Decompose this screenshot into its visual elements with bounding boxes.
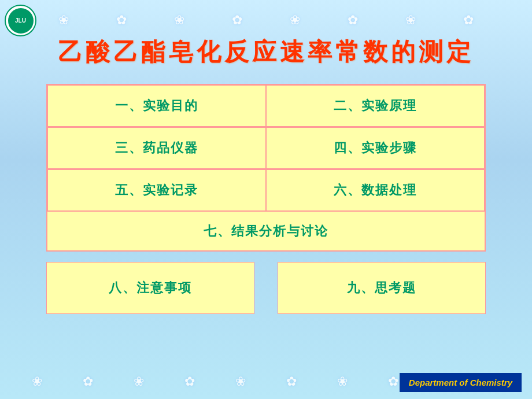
logo-inner: JLU (8, 8, 34, 34)
menu-item-4[interactable]: 四、实验步骤 (266, 127, 485, 169)
flower-3: ❀ (174, 13, 184, 28)
menu-row-2: 三、药品仪器 四、实验步骤 (47, 127, 485, 169)
flower-7: ❀ (405, 13, 416, 28)
flower-b8: ✿ (388, 374, 398, 389)
flower-b5: ❀ (235, 374, 246, 389)
menu-row-1: 一、实验目的 二、实验原理 (47, 85, 485, 127)
menu-row-3: 五、实验记录 六、数据处理 (47, 169, 485, 211)
flower-b3: ❀ (134, 374, 144, 389)
menu-item-9[interactable]: 九、思考题 (278, 262, 486, 314)
dept-label: Department of Chemistry (400, 373, 522, 392)
menu-item-8[interactable]: 八、注意事项 (46, 262, 254, 314)
flower-1: ❀ (58, 13, 69, 28)
flower-b2: ✿ (83, 374, 93, 389)
page-title: 乙酸乙酯皂化反应速率常数的测定 (0, 36, 532, 68)
flower-b6: ✿ (286, 374, 297, 389)
menu-item-7[interactable]: 七、结果分析与讨论 (47, 211, 485, 250)
flower-4: ✿ (232, 13, 242, 28)
menu-item-2[interactable]: 二、实验原理 (266, 85, 485, 127)
flower-6: ✿ (348, 13, 358, 28)
menu-item-1[interactable]: 一、实验目的 (47, 85, 266, 127)
flowers-top-decoration: ❀ ✿ ❀ ✿ ❀ ✿ ❀ ✿ (0, 0, 532, 40)
flower-b1: ❀ (32, 374, 42, 389)
menu-grid: 一、实验目的 二、实验原理 三、药品仪器 四、实验步骤 五、实验记录 六、数据处… (46, 84, 486, 314)
main-bordered-section: 一、实验目的 二、实验原理 三、药品仪器 四、实验步骤 五、实验记录 六、数据处… (46, 84, 486, 252)
menu-item-5[interactable]: 五、实验记录 (47, 169, 266, 211)
university-logo: JLU (5, 5, 36, 36)
menu-item-6[interactable]: 六、数据处理 (266, 169, 485, 211)
flower-b7: ❀ (337, 374, 348, 389)
menu-item-3[interactable]: 三、药品仪器 (47, 127, 266, 169)
flower-8: ✿ (463, 13, 474, 28)
bottom-row: 八、注意事项 九、思考题 (46, 262, 486, 314)
logo-text: JLU (15, 17, 26, 24)
flower-5: ❀ (290, 13, 300, 28)
flower-2: ✿ (116, 13, 127, 28)
flower-b4: ✿ (184, 374, 195, 389)
